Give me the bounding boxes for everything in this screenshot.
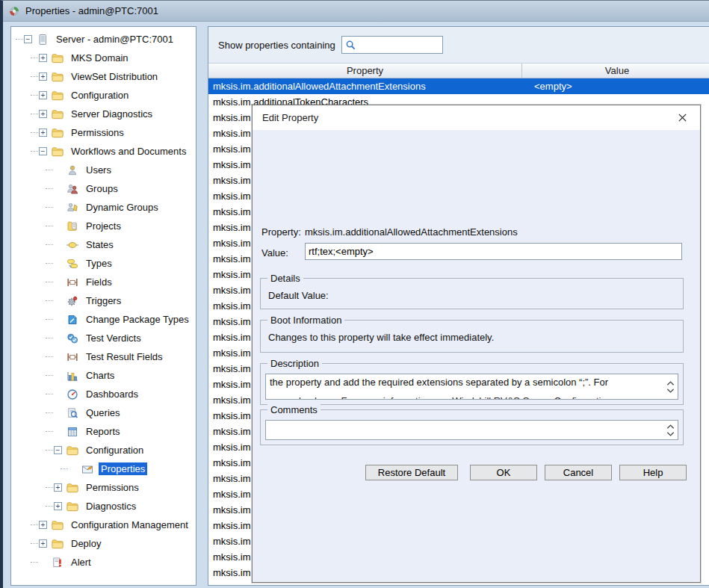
expand-toggle-icon[interactable]: + xyxy=(39,91,47,99)
tree-item-label: Permissions xyxy=(69,126,126,139)
tree-item-test-result-fields[interactable]: Test Result Fields xyxy=(11,347,196,366)
property-name-value: mksis.im.additionalAllowedAttachmentExte… xyxy=(305,226,518,238)
collapse-toggle-icon[interactable]: − xyxy=(39,147,47,155)
ok-button[interactable]: OK xyxy=(470,465,537,480)
tree-item-configuration-management[interactable]: +Configuration Management xyxy=(11,516,196,534)
project-icon xyxy=(66,220,80,232)
tree-item-label: Change Package Types xyxy=(84,313,191,326)
scroll-down-icon[interactable] xyxy=(666,431,675,437)
tree-connector xyxy=(16,39,23,40)
folder-icon xyxy=(52,127,65,139)
tree-connector xyxy=(46,319,53,320)
server-icon xyxy=(37,34,50,46)
tree-item-server-admin-ptc-7001[interactable]: −Server - admin@PTC:7001 xyxy=(11,30,196,49)
description-textarea[interactable]: the property and add the required extens… xyxy=(265,374,678,400)
tree-connector xyxy=(31,543,38,544)
tree-item-label: Queries xyxy=(84,406,123,419)
tree-item-projects[interactable]: Projects xyxy=(11,217,196,235)
help-button[interactable]: Help xyxy=(619,465,687,480)
tree-item-triggers[interactable]: Triggers xyxy=(11,291,196,310)
scroll-up-icon[interactable] xyxy=(666,424,675,430)
tree-item-workflows-and-documents[interactable]: −Workflows and Documents xyxy=(11,142,196,161)
collapse-toggle-icon[interactable]: − xyxy=(24,35,32,43)
tree-item-groups[interactable]: Groups xyxy=(11,179,196,198)
tree-item-configuration[interactable]: +Configuration xyxy=(11,86,196,105)
tree-connector xyxy=(46,263,53,264)
tree-item-dashboards[interactable]: Dashboards xyxy=(11,385,196,403)
tree-connector xyxy=(31,524,38,525)
close-button[interactable] xyxy=(674,110,690,126)
tree-connector xyxy=(46,338,53,338)
cancel-button[interactable]: Cancel xyxy=(545,465,612,480)
tree-item-dynamic-groups[interactable]: Dynamic Groups xyxy=(11,198,196,217)
tree-item-change-package-types[interactable]: Change Package Types xyxy=(11,310,196,329)
tree-item-label: Fields xyxy=(84,276,114,288)
tree-item-reports[interactable]: Reports xyxy=(11,422,196,441)
expand-toggle-icon[interactable]: + xyxy=(39,521,47,529)
tree-item-states[interactable]: States xyxy=(11,235,196,254)
description-group: Description the property and add the req… xyxy=(260,363,684,405)
tree-item-label: Test Verdicts xyxy=(84,332,143,344)
comments-scrollbar[interactable] xyxy=(664,421,676,439)
search-input[interactable] xyxy=(359,37,442,52)
expand-toggle-icon[interactable]: + xyxy=(39,72,47,81)
tree-item-permissions[interactable]: +Permissions xyxy=(11,478,196,497)
tree-item-queries[interactable]: Queries xyxy=(11,403,196,422)
expand-toggle-icon[interactable]: + xyxy=(54,502,62,510)
collapse-toggle-icon[interactable]: − xyxy=(54,446,62,454)
expand-toggle-icon[interactable]: + xyxy=(39,54,47,62)
tree-connector xyxy=(46,356,53,357)
column-header-value[interactable]: Value xyxy=(522,64,709,78)
tree-item-label: Types xyxy=(84,257,114,270)
scroll-down-icon[interactable] xyxy=(666,388,675,394)
description-scrollbar[interactable] xyxy=(664,374,676,399)
tree-item-label: ViewSet Distribution xyxy=(69,70,160,83)
restore-default-button[interactable]: Restore Default xyxy=(365,465,458,480)
tree-connector xyxy=(46,506,53,507)
tree-item-properties[interactable]: Properties xyxy=(11,459,196,478)
expand-toggle-icon[interactable]: + xyxy=(54,483,62,492)
folder-icon xyxy=(52,71,65,83)
tree-item-label: MKS Domain xyxy=(69,52,131,64)
boot-information-legend: Boot Information xyxy=(267,315,344,326)
table-row[interactable]: mksis.im.additionalAllowedAttachmentExte… xyxy=(208,78,709,94)
search-box[interactable] xyxy=(341,36,443,54)
tree-connector xyxy=(31,58,38,58)
tree-item-test-verdicts[interactable]: Test Verdicts xyxy=(11,329,196,347)
tree-connector xyxy=(46,207,53,208)
dialog-titlebar: Edit Property xyxy=(253,105,700,130)
tree-connector xyxy=(31,562,38,563)
column-header-property[interactable]: Property xyxy=(208,64,522,78)
tree-item-types[interactable]: Types xyxy=(11,254,196,273)
comments-textarea[interactable] xyxy=(265,420,678,440)
tree-item-users[interactable]: Users xyxy=(11,161,196,179)
tree-item-viewset-distribution[interactable]: +ViewSet Distribution xyxy=(11,67,196,86)
tree-connector xyxy=(31,95,38,96)
value-cell: <empty> xyxy=(522,81,709,92)
tree-item-diagnostics[interactable]: +Diagnostics xyxy=(11,497,196,516)
tree-item-permissions[interactable]: +Permissions xyxy=(11,123,196,142)
tree-item-alert[interactable]: Alert xyxy=(11,553,196,572)
folder-icon xyxy=(52,146,65,158)
tree-item-fields[interactable]: Fields xyxy=(11,273,196,291)
comments-legend: Comments xyxy=(267,404,321,415)
folder-icon xyxy=(52,538,65,550)
tree-connector xyxy=(46,300,53,301)
tree-connector xyxy=(46,226,53,226)
change-package-icon xyxy=(66,314,80,326)
tree-item-charts[interactable]: Charts xyxy=(11,366,196,385)
test-verdict-icon xyxy=(66,332,80,344)
tree-item-server-diagnostics[interactable]: +Server Diagnostics xyxy=(11,105,196,123)
description-text: the property and add the required extens… xyxy=(270,377,661,389)
tree-item-deploy[interactable]: +Deploy xyxy=(11,534,196,553)
tree-connector xyxy=(46,188,53,189)
tree-item-configuration[interactable]: −Configuration xyxy=(11,441,196,459)
dynamic-group-icon xyxy=(66,202,80,214)
expand-toggle-icon[interactable]: + xyxy=(39,539,47,548)
value-input[interactable] xyxy=(305,243,682,260)
tree-item-mks-domain[interactable]: +MKS Domain xyxy=(11,49,196,67)
expand-toggle-icon[interactable]: + xyxy=(39,110,47,118)
expand-toggle-icon[interactable]: + xyxy=(39,129,47,137)
scroll-up-icon[interactable] xyxy=(666,380,675,386)
property-cell: mksis.im.additionalAllowedAttachmentExte… xyxy=(208,81,522,92)
